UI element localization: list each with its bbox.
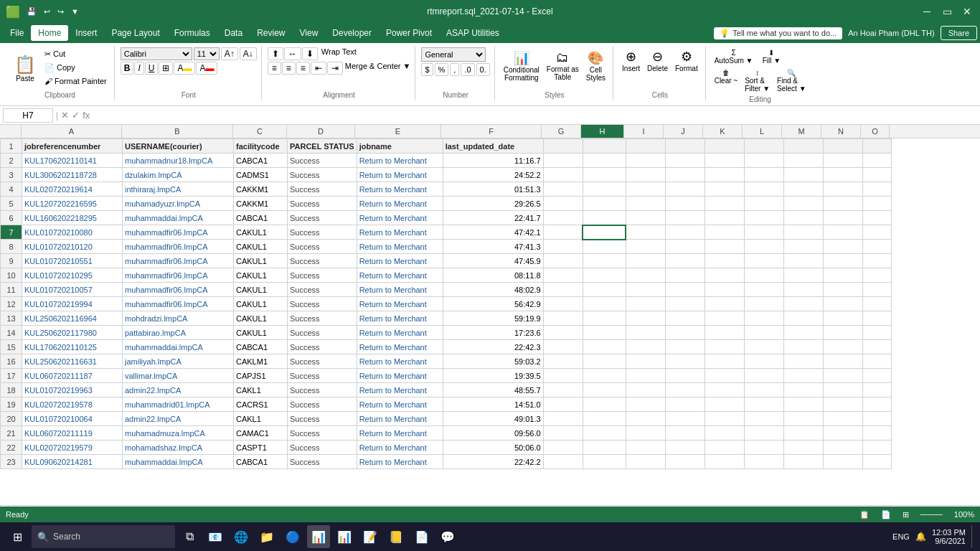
grid-cell[interactable] [744,139,783,154]
align-bottom-button[interactable]: ⬇ [302,47,318,60]
grid-cell[interactable] [543,397,583,412]
grid-cell[interactable] [862,340,891,354]
grid-cell[interactable] [705,254,744,268]
grid-cell[interactable] [823,354,862,369]
insert-button[interactable]: ⊕ Insert [619,47,643,74]
grid-cell[interactable] [823,268,862,283]
grid-cell[interactable] [583,369,626,383]
grid-cell[interactable]: 01:51.3 [443,182,543,197]
grid-cell[interactable] [744,354,783,369]
number-format-select[interactable]: General [421,47,486,62]
grid-cell[interactable]: admin22.lmpCA [123,412,234,426]
grid-cell[interactable] [626,225,665,240]
grid-cell[interactable] [823,455,862,469]
grid-cell[interactable] [783,354,823,369]
grid-cell[interactable]: CAKKM1 [234,182,288,197]
grid-cell[interactable]: KUL060720211119 [22,426,123,441]
fill-color-button[interactable]: A▬ [174,62,195,75]
grid-cell[interactable] [783,168,823,182]
grid-cell[interactable] [862,211,891,225]
show-desktop-button[interactable] [971,525,974,548]
grid-cell[interactable]: 22:42.2 [443,455,543,469]
grid-cell[interactable]: 22:42.3 [443,340,543,354]
grid-cell[interactable]: muhammadfir06.lmpCA [123,283,234,297]
grid-cell[interactable] [705,297,744,311]
grid-cell[interactable] [862,182,891,197]
grid-cell[interactable]: Return to Merchant [357,426,443,441]
taskbar-app-teams[interactable]: 📝 [359,525,382,548]
align-top-button[interactable]: ⬆ [268,47,283,60]
grid-cell[interactable]: Success [288,326,357,340]
grid-cell[interactable] [705,311,744,326]
grid-cell[interactable] [543,225,583,240]
taskbar-app-word[interactable]: 📄 [410,525,433,548]
grid-cell[interactable]: CACRS1 [234,397,288,412]
grid-cell[interactable] [705,441,744,455]
grid-cell[interactable] [783,397,823,412]
menu-power-pivot[interactable]: Power Pivot [379,25,439,41]
percent-button[interactable]: % [435,63,449,76]
grid-cell[interactable] [583,383,626,397]
grid-cell[interactable]: Return to Merchant [357,154,443,168]
grid-cell[interactable]: KUL010720219994 [22,297,123,311]
grid-cell[interactable]: Return to Merchant [357,397,443,412]
grid-cell[interactable] [783,240,823,254]
grid-cell[interactable] [783,283,823,297]
grid-cell[interactable]: 09:56.0 [443,426,543,441]
grid-cell[interactable] [862,283,891,297]
grid-cell[interactable] [583,283,626,297]
grid-cell[interactable]: CAKUL1 [234,297,288,311]
grid-cell[interactable]: KUL020720219614 [22,182,123,197]
grid-cell[interactable] [862,154,891,168]
grid-cell[interactable]: CAKUL1 [234,311,288,326]
format-as-table-button[interactable]: 🗂 Format asTable [544,47,582,84]
grid-cell[interactable] [783,254,823,268]
menu-insert[interactable]: Insert [68,25,104,41]
tell-me-input[interactable]: 💡 Tell me what you want to do... [714,27,842,39]
grid-cell[interactable] [783,412,823,426]
menu-review[interactable]: Review [250,25,292,41]
grid-cell[interactable]: CABCA1 [234,211,288,225]
grid-cell[interactable]: CABCA1 [234,455,288,469]
grid-cell[interactable]: jobname [357,139,443,154]
copy-button[interactable]: 📄 Copy [42,61,110,74]
grid-cell[interactable] [583,326,626,340]
grid-cell[interactable]: Return to Merchant [357,369,443,383]
grid-cell[interactable]: CAKUL1 [234,254,288,268]
grid-cell[interactable]: Return to Merchant [357,383,443,397]
grid-cell[interactable] [665,397,705,412]
grid-cell[interactable]: 29:26.5 [443,197,543,211]
col-header-f[interactable]: F [441,125,542,138]
grid-cell[interactable] [626,139,665,154]
grid-cell[interactable]: 08:11.8 [443,268,543,283]
menu-file[interactable]: File [3,25,31,41]
grid-cell[interactable]: muhammadnur18.lmpCA [123,154,234,168]
grid-cell[interactable] [543,426,583,441]
grid-cell[interactable] [744,297,783,311]
col-header-m[interactable]: M [782,125,821,138]
grid-cell[interactable]: Success [288,197,357,211]
col-header-n[interactable]: N [821,125,861,138]
grid-cell[interactable]: Success [288,311,357,326]
taskbar-app-chrome[interactable]: 🔵 [281,525,304,548]
grid-cell[interactable] [862,383,891,397]
grid-cell[interactable]: Success [288,354,357,369]
grid-cell[interactable] [583,426,626,441]
grid-cell[interactable] [744,168,783,182]
grid-cell[interactable] [543,168,583,182]
grid-cell[interactable]: Success [288,211,357,225]
grid-cell[interactable] [583,139,626,154]
grid-cell[interactable]: KUL3006202118728 [22,168,123,182]
grid-cell[interactable]: muhamadmuza.lmpCA [123,426,234,441]
grid-cell[interactable] [823,211,862,225]
grid-cell[interactable] [665,139,705,154]
grid-cell[interactable] [665,455,705,469]
grid-cell[interactable]: KUL010720219963 [22,383,123,397]
grid-cell[interactable] [665,154,705,168]
font-color-button[interactable]: A▬ [196,62,217,75]
grid-cell[interactable]: 49:01.3 [443,412,543,426]
grid-cell[interactable]: dzulakim.lmpCA [123,168,234,182]
grid-cell[interactable] [626,455,665,469]
grid-cell[interactable]: 50:06.0 [443,441,543,455]
grid-cell[interactable] [862,268,891,283]
